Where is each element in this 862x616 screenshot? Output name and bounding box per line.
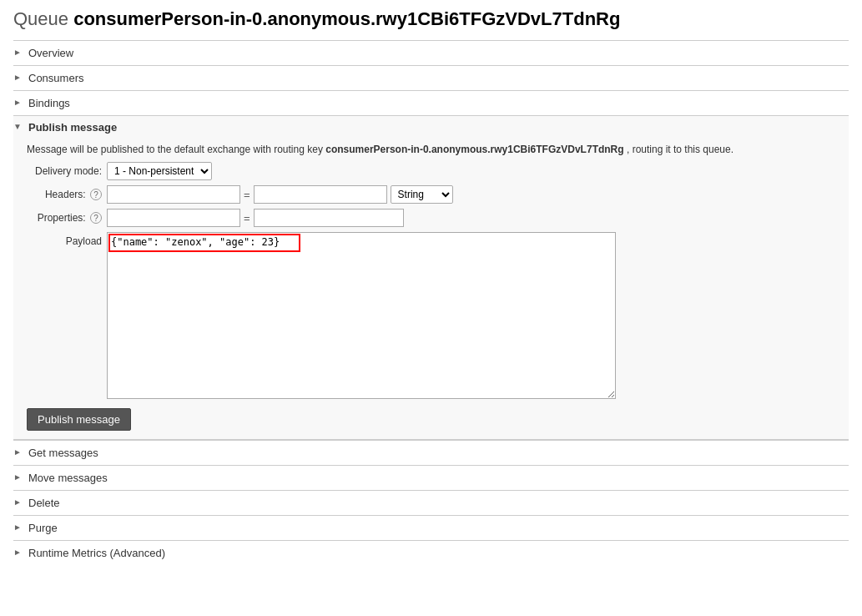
runtime-metrics-section-header[interactable]: ► Runtime Metrics (Advanced) xyxy=(13,541,849,565)
headers-value-input[interactable] xyxy=(254,185,387,204)
properties-eq-sign: = xyxy=(244,212,250,225)
publish-info-queue-name: consumerPerson-in-0.anonymous.rwy1CBi6TF… xyxy=(325,144,623,155)
properties-inputs: = xyxy=(107,209,404,227)
properties-help-icon: ? xyxy=(90,212,102,224)
headers-type-select[interactable]: String Number Boolean xyxy=(391,185,453,204)
purge-section: ► Purge xyxy=(13,515,849,540)
properties-row: Properties: ? = xyxy=(27,209,849,227)
purge-section-header[interactable]: ► Purge xyxy=(13,516,849,540)
publish-message-section-header[interactable]: ▼ Publish message xyxy=(13,116,849,139)
publish-info: Message will be published to the default… xyxy=(27,144,849,155)
delivery-mode-label: Delivery mode: xyxy=(27,165,102,177)
move-messages-section-header[interactable]: ► Move messages xyxy=(13,466,849,490)
runtime-metrics-section: ► Runtime Metrics (Advanced) xyxy=(13,540,849,565)
overview-section: ► Overview xyxy=(13,40,849,65)
payload-container xyxy=(107,232,616,401)
headers-label: Headers: ? xyxy=(27,189,102,200)
consumers-section: ► Consumers xyxy=(13,65,849,90)
properties-value-input[interactable] xyxy=(254,209,404,227)
delete-section-header[interactable]: ► Delete xyxy=(13,491,849,515)
get-messages-section-header[interactable]: ► Get messages xyxy=(13,441,849,465)
payload-label: Payload xyxy=(27,232,102,247)
get-messages-section-title: Get messages xyxy=(28,447,98,459)
page-title-label: Queue xyxy=(13,8,68,29)
payload-row: Payload xyxy=(27,232,849,401)
move-messages-section-title: Move messages xyxy=(28,472,108,484)
delete-arrow-icon: ► xyxy=(13,497,25,509)
headers-inputs: = String Number Boolean xyxy=(107,185,453,204)
payload-textarea[interactable] xyxy=(107,232,616,399)
move-messages-arrow-icon: ► xyxy=(13,472,25,484)
bindings-section: ► Bindings xyxy=(13,90,849,115)
consumers-section-header[interactable]: ► Consumers xyxy=(13,66,849,90)
publish-info-suffix: , routing it to this queue. xyxy=(627,144,733,155)
runtime-metrics-arrow-icon: ► xyxy=(13,548,25,559)
publish-message-button[interactable]: Publish message xyxy=(27,408,131,431)
publish-message-section-title: Publish message xyxy=(28,121,117,134)
headers-row: Headers: ? = String Number Boolean xyxy=(27,185,849,204)
bindings-section-title: Bindings xyxy=(28,97,70,109)
publish-message-section: ▼ Publish message Message will be publis… xyxy=(13,115,849,440)
delivery-mode-select[interactable]: 1 - Non-persistent 2 - Persistent xyxy=(107,162,212,180)
consumers-section-title: Consumers xyxy=(28,72,83,84)
publish-info-prefix: Message will be published to the default… xyxy=(27,144,325,155)
delete-section: ► Delete xyxy=(13,490,849,515)
runtime-metrics-section-title: Runtime Metrics (Advanced) xyxy=(28,547,165,559)
get-messages-section: ► Get messages xyxy=(13,440,849,465)
purge-arrow-icon: ► xyxy=(13,523,25,534)
get-messages-arrow-icon: ► xyxy=(13,447,25,459)
delivery-mode-row: Delivery mode: 1 - Non-persistent 2 - Pe… xyxy=(27,162,849,180)
delete-section-title: Delete xyxy=(28,497,60,509)
properties-label: Properties: ? xyxy=(27,212,102,224)
consumers-arrow-icon: ► xyxy=(13,73,25,84)
overview-arrow-icon: ► xyxy=(13,48,25,59)
headers-help-icon: ? xyxy=(90,189,102,200)
page-title-queue-name: consumerPerson-in-0.anonymous.rwy1CBi6TF… xyxy=(73,8,620,29)
headers-key-input[interactable] xyxy=(107,185,240,204)
overview-section-title: Overview xyxy=(28,47,73,59)
bindings-arrow-icon: ► xyxy=(13,98,25,109)
purge-section-title: Purge xyxy=(28,522,58,534)
bindings-section-header[interactable]: ► Bindings xyxy=(13,91,849,115)
properties-key-input[interactable] xyxy=(107,209,240,227)
move-messages-section: ► Move messages xyxy=(13,465,849,490)
headers-eq-sign: = xyxy=(244,189,250,201)
publish-message-body: Message will be published to the default… xyxy=(13,139,849,439)
overview-section-header[interactable]: ► Overview xyxy=(13,41,849,65)
publish-message-arrow-icon: ▼ xyxy=(13,122,25,134)
